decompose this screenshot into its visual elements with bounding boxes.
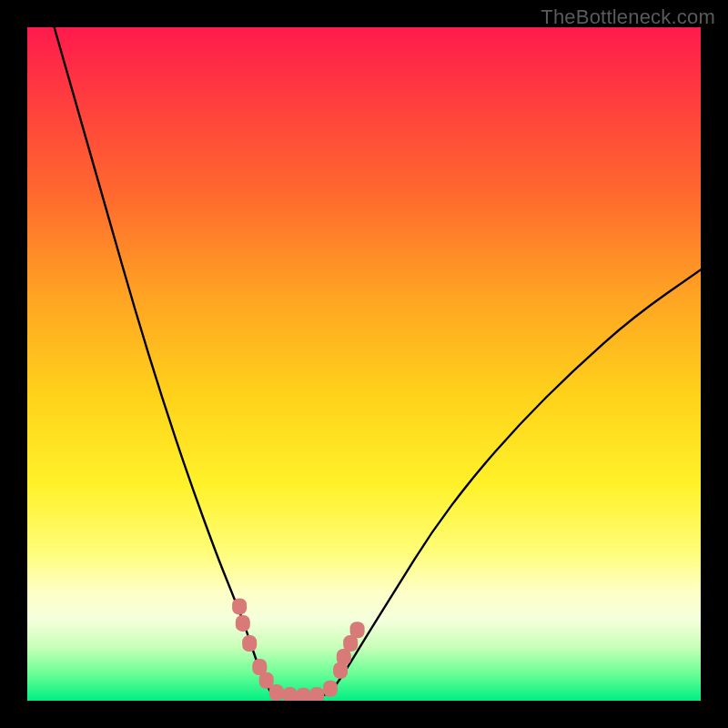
plot-area [27,27,701,701]
marker-valley-2 [283,687,298,701]
marker-left-cluster-2 [236,615,250,632]
watermark-text: TheBottleneck.com [541,5,715,29]
bottleneck-curve [55,27,701,697]
marker-right-cluster-5 [350,622,365,638]
marker-layer [232,598,365,701]
marker-right-cluster-1 [323,681,338,697]
marker-left-cluster-1 [232,598,247,614]
chart-svg [27,27,701,701]
chart-frame: TheBottleneck.com [0,0,728,728]
marker-valley-1 [269,684,284,701]
marker-valley-4 [309,687,324,701]
marker-left-cluster-3 [242,635,257,652]
marker-valley-3 [296,688,310,701]
